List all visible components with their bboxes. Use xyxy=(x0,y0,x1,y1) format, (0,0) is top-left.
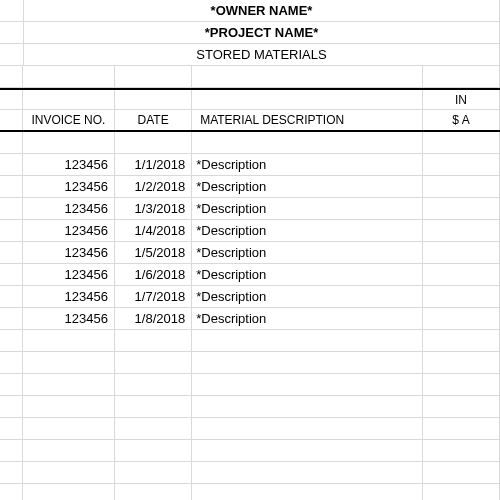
project-name[interactable]: *PROJECT NAME* xyxy=(24,22,500,43)
invoice-cell[interactable]: 123456 xyxy=(23,154,115,175)
date-cell[interactable]: 1/2/2018 xyxy=(115,176,192,197)
table-row[interactable]: 123456 1/4/2018 *Description xyxy=(0,220,500,242)
empty-row[interactable] xyxy=(0,374,500,396)
invoice-cell[interactable]: 123456 xyxy=(23,198,115,219)
date-cell[interactable]: 1/8/2018 xyxy=(115,308,192,329)
title-row-subtitle[interactable]: STORED MATERIALS xyxy=(0,44,500,66)
invoice-cell[interactable]: 123456 xyxy=(23,286,115,307)
column-invoice-no[interactable]: INVOICE NO. xyxy=(23,110,115,130)
empty-row[interactable] xyxy=(0,132,500,154)
date-cell[interactable]: 1/4/2018 xyxy=(115,220,192,241)
description-cell[interactable]: *Description xyxy=(192,308,423,329)
spreadsheet[interactable]: *OWNER NAME* *PROJECT NAME* STORED MATER… xyxy=(0,0,500,500)
description-cell[interactable]: *Description xyxy=(192,264,423,285)
description-cell[interactable]: *Description xyxy=(192,286,423,307)
description-cell[interactable]: *Description xyxy=(192,220,423,241)
column-inv-top[interactable]: IN xyxy=(423,90,500,109)
empty-row[interactable] xyxy=(0,484,500,500)
empty-row[interactable] xyxy=(0,418,500,440)
invoice-cell[interactable]: 123456 xyxy=(23,264,115,285)
invoice-cell[interactable]: 123456 xyxy=(23,242,115,263)
empty-row[interactable] xyxy=(0,352,500,374)
date-cell[interactable]: 1/7/2018 xyxy=(115,286,192,307)
invoice-cell[interactable]: 123456 xyxy=(23,308,115,329)
invoice-cell[interactable]: 123456 xyxy=(23,176,115,197)
table-row[interactable]: 123456 1/7/2018 *Description xyxy=(0,286,500,308)
title-row-owner[interactable]: *OWNER NAME* xyxy=(0,0,500,22)
empty-row[interactable] xyxy=(0,330,500,352)
table-row[interactable]: 123456 1/8/2018 *Description xyxy=(0,308,500,330)
date-cell[interactable]: 1/1/2018 xyxy=(115,154,192,175)
empty-row[interactable] xyxy=(0,396,500,418)
table-row[interactable]: 123456 1/5/2018 *Description xyxy=(0,242,500,264)
description-cell[interactable]: *Description xyxy=(192,154,423,175)
table-row[interactable]: 123456 1/1/2018 *Description xyxy=(0,154,500,176)
description-cell[interactable]: *Description xyxy=(192,176,423,197)
empty-row[interactable] xyxy=(0,462,500,484)
invoice-cell[interactable]: 123456 xyxy=(23,220,115,241)
column-date[interactable]: DATE xyxy=(115,110,192,130)
column-material-description[interactable]: MATERIAL DESCRIPTION xyxy=(192,110,423,130)
title-row-project[interactable]: *PROJECT NAME* xyxy=(0,22,500,44)
column-header-row-1[interactable]: IN xyxy=(0,88,500,110)
date-cell[interactable]: 1/5/2018 xyxy=(115,242,192,263)
date-cell[interactable]: 1/3/2018 xyxy=(115,198,192,219)
owner-name[interactable]: *OWNER NAME* xyxy=(24,0,500,21)
table-row[interactable]: 123456 1/2/2018 *Description xyxy=(0,176,500,198)
table-row[interactable]: 123456 1/3/2018 *Description xyxy=(0,198,500,220)
description-cell[interactable]: *Description xyxy=(192,242,423,263)
column-inv-amount[interactable]: $ A xyxy=(423,110,500,130)
date-cell[interactable]: 1/6/2018 xyxy=(115,264,192,285)
table-row[interactable]: 123456 1/6/2018 *Description xyxy=(0,264,500,286)
description-cell[interactable]: *Description xyxy=(192,198,423,219)
stored-materials-label[interactable]: STORED MATERIALS xyxy=(24,44,500,65)
empty-row[interactable] xyxy=(0,440,500,462)
empty-row[interactable] xyxy=(0,66,500,88)
column-header-row-2[interactable]: INVOICE NO. DATE MATERIAL DESCRIPTION $ … xyxy=(0,110,500,132)
